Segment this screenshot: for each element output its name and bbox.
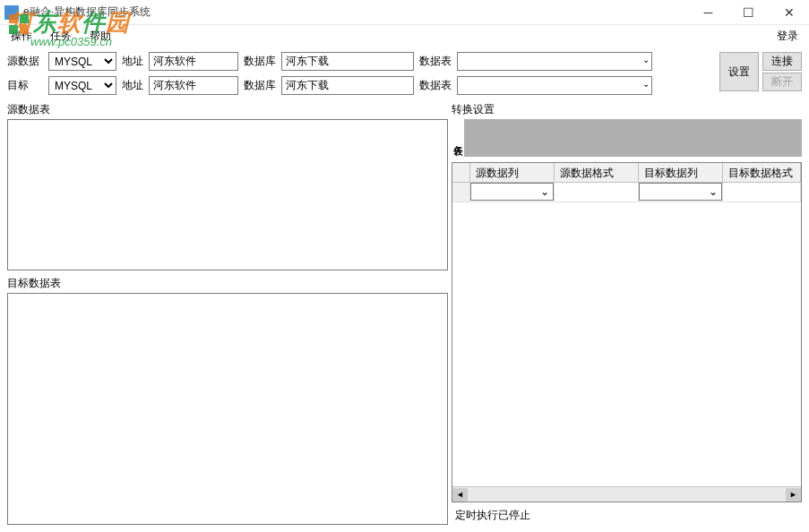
chevron-down-icon: ⌄ bbox=[709, 185, 718, 198]
target-table-combo[interactable]: ⌄ bbox=[457, 76, 652, 95]
grid-cell-target-format[interactable] bbox=[723, 183, 801, 202]
disconnect-button: 断开 bbox=[762, 73, 802, 91]
status-timer: 定时执行已停止 bbox=[452, 502, 802, 525]
menu-login[interactable]: 登录 bbox=[773, 27, 802, 46]
grid-cell-source-col[interactable]: ⌄ bbox=[470, 183, 555, 202]
task-table-label: 任务表 bbox=[452, 119, 464, 157]
target-label: 目标 bbox=[7, 78, 43, 93]
target-database-input[interactable] bbox=[281, 76, 414, 95]
maximize-button[interactable]: ☐ bbox=[728, 0, 769, 25]
source-table-label: 源数据表 bbox=[7, 100, 448, 119]
scroll-right-icon[interactable]: ► bbox=[786, 488, 801, 502]
source-address-input[interactable] bbox=[149, 52, 238, 71]
grid-cell-source-format[interactable] bbox=[555, 183, 639, 202]
task-bar[interactable] bbox=[464, 119, 802, 157]
grid-rowheader bbox=[452, 163, 470, 182]
source-database-input[interactable] bbox=[281, 52, 414, 71]
datatable-label-2: 数据表 bbox=[419, 78, 452, 93]
database-label-2: 数据库 bbox=[244, 78, 276, 93]
grid-cell-target-col[interactable]: ⌄ bbox=[639, 183, 723, 202]
address-label-2: 地址 bbox=[122, 78, 143, 93]
menu-help[interactable]: 帮助 bbox=[86, 27, 115, 46]
scroll-track[interactable] bbox=[468, 488, 786, 502]
grid-header-source-format[interactable]: 源数据格式 bbox=[555, 163, 639, 182]
scroll-left-icon[interactable]: ◄ bbox=[452, 488, 468, 502]
connect-button[interactable]: 连接 bbox=[762, 52, 802, 71]
database-label: 数据库 bbox=[244, 54, 276, 69]
address-label: 地址 bbox=[122, 54, 143, 69]
grid-header-source-col[interactable]: 源数据列 bbox=[470, 163, 555, 182]
horizontal-scrollbar[interactable]: ◄ ► bbox=[452, 486, 801, 502]
chevron-down-icon: ⌄ bbox=[642, 79, 650, 89]
target-address-input[interactable] bbox=[149, 76, 238, 95]
target-row: 目标 MYSQL 地址 数据库 数据表 ⌄ bbox=[7, 76, 652, 95]
titlebar: e融合·异构数据库同步系统 ─ ☐ ✕ bbox=[0, 0, 809, 25]
window-title: e融合·异构数据库同步系统 bbox=[23, 4, 151, 20]
source-table-list[interactable] bbox=[7, 119, 448, 270]
grid-rowheader-cell[interactable] bbox=[452, 183, 470, 202]
close-button[interactable]: ✕ bbox=[769, 0, 809, 25]
source-label: 源数据 bbox=[7, 54, 43, 69]
menubar: 操作 任务 帮助 登录 bbox=[0, 25, 809, 47]
target-table-label: 目标数据表 bbox=[7, 274, 448, 293]
source-row: 源数据 MYSQL 地址 数据库 数据表 ⌄ bbox=[7, 52, 652, 71]
datatable-label: 数据表 bbox=[419, 54, 452, 69]
settings-button[interactable]: 设置 bbox=[719, 52, 759, 91]
mapping-grid: 源数据列 源数据格式 目标数据列 目标数据格式 ⌄ ⌄ ◄ ► bbox=[452, 162, 802, 502]
grid-header-target-format[interactable]: 目标数据格式 bbox=[723, 163, 801, 182]
menu-task[interactable]: 任务 bbox=[47, 27, 75, 46]
minimize-button[interactable]: ─ bbox=[688, 0, 728, 25]
chevron-down-icon: ⌄ bbox=[540, 185, 549, 198]
content: 源数据表 目标数据表 转换设置 任务表 源数据列 源数据格式 目标数据列 目标数… bbox=[0, 100, 809, 532]
source-table-combo[interactable]: ⌄ bbox=[457, 52, 652, 71]
grid-header-target-col[interactable]: 目标数据列 bbox=[639, 163, 723, 182]
toolbar: 源数据 MYSQL 地址 数据库 数据表 ⌄ 目标 MYSQL 地址 数据库 数… bbox=[0, 47, 809, 100]
target-type-select[interactable]: MYSQL bbox=[48, 76, 116, 95]
menu-operate[interactable]: 操作 bbox=[7, 27, 36, 46]
chevron-down-icon: ⌄ bbox=[642, 55, 650, 64]
grid-row: ⌄ ⌄ bbox=[452, 183, 801, 202]
target-table-list[interactable] bbox=[7, 293, 448, 525]
convert-setting-label: 转换设置 bbox=[452, 100, 802, 119]
source-type-select[interactable]: MYSQL bbox=[48, 52, 116, 71]
app-icon bbox=[4, 5, 19, 20]
